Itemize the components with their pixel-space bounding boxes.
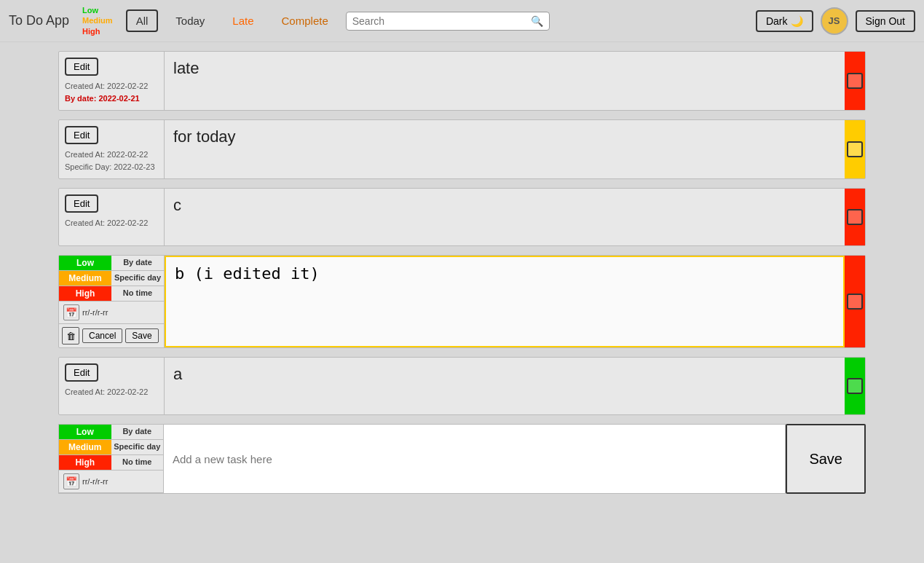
app-title: To Do App <box>9 13 69 28</box>
priority-selector-row2: Medium Specific day <box>59 271 164 286</box>
search-icon: 🔍 <box>531 15 543 27</box>
nav-all-button[interactable]: All <box>126 9 159 32</box>
new-priority-high[interactable]: High <box>59 455 111 470</box>
new-time-specday[interactable]: Specific day <box>111 440 164 454</box>
new-date-display: rr/-r/r-rr <box>82 477 159 486</box>
new-priority-row: Low By date <box>59 425 163 440</box>
priority-bar-yellow <box>845 120 865 178</box>
calendar-row: 📅 rr/-r/r-rr <box>59 302 164 324</box>
nav-late-button[interactable]: Late <box>222 9 264 32</box>
priority-legend: Low Medium High <box>82 5 113 36</box>
edit-button[interactable]: Edit <box>65 126 98 144</box>
task-left-panel: Edit Created At: 2022-02-22 By date: 202… <box>59 52 165 110</box>
new-task-area: Low By date Medium Specific day High No … <box>58 424 866 494</box>
task-left-panel: Edit Created At: 2022-02-22 Specific Day… <box>59 120 165 178</box>
priority-high-btn[interactable]: High <box>59 286 111 301</box>
task-checkbox[interactable] <box>847 209 863 225</box>
time-notime-btn[interactable]: No time <box>111 286 164 301</box>
new-priority-row3: High No time <box>59 455 163 471</box>
date-display: rr/-r/r-rr <box>82 308 159 317</box>
new-time-bydate[interactable]: By date <box>111 425 164 439</box>
priority-medium-btn[interactable]: Medium <box>59 271 111 286</box>
priority-bar-red <box>845 256 865 347</box>
task-row: Edit Created At: 2022-02-22 c <box>58 188 866 246</box>
task-row: Edit Created At: 2022-02-22 a <box>58 357 866 415</box>
task-checkbox[interactable] <box>847 378 863 394</box>
new-task-save-button[interactable]: Save <box>786 424 866 494</box>
task-meta: Created At: 2022-02-22 By date: 2022-02-… <box>65 80 158 104</box>
task-created: Created At: 2022-02-22 <box>65 80 158 92</box>
cancel-button[interactable]: Cancel <box>82 328 122 343</box>
edit-button[interactable]: Edit <box>65 363 98 382</box>
time-specday-btn[interactable]: Specific day <box>111 271 164 286</box>
edit-actions-row: 🗑 Cancel Save <box>59 324 164 347</box>
task-title: a <box>165 358 845 414</box>
save-small-button[interactable]: Save <box>125 328 158 343</box>
new-priority-medium[interactable]: Medium <box>59 440 111 454</box>
task-left-panel: Edit Created At: 2022-02-22 <box>59 189 165 245</box>
task-title: c <box>165 189 845 245</box>
new-time-notime[interactable]: No time <box>111 455 164 470</box>
calendar-icon[interactable]: 📅 <box>63 304 79 320</box>
new-task-input[interactable] <box>164 425 785 493</box>
task-checkbox[interactable] <box>847 73 863 89</box>
task-left-panel: Edit Created At: 2022-02-22 <box>59 358 165 414</box>
task-created: Created At: 2022-02-22 <box>65 149 158 161</box>
priority-bar-red <box>845 189 865 245</box>
task-meta: Created At: 2022-02-22 Specific Day: 202… <box>65 149 158 173</box>
task-checkbox[interactable] <box>847 141 863 157</box>
avatar: JS <box>821 7 848 35</box>
priority-medium-label: Medium <box>82 15 113 25</box>
search-input[interactable] <box>352 15 528 27</box>
search-box: 🔍 <box>346 12 550 31</box>
edit-button[interactable]: Edit <box>65 194 98 213</box>
priority-bar-green <box>845 358 865 414</box>
nav-today-button[interactable]: Today <box>165 9 215 32</box>
task-title: late <box>165 52 845 110</box>
task-edit-textarea[interactable]: b (i edited it) <box>165 256 845 347</box>
task-row-editing: Low By date Medium Specific day High No … <box>58 255 866 348</box>
task-specificday: Specific Day: 2022-02-23 <box>65 161 158 173</box>
new-calendar-icon[interactable]: 📅 <box>63 473 79 489</box>
priority-high-label: High <box>82 26 113 36</box>
task-created: Created At: 2022-02-22 <box>65 386 158 398</box>
edit-button[interactable]: Edit <box>65 58 98 76</box>
priority-low-label: Low <box>82 5 113 15</box>
priority-low-btn[interactable]: Low <box>59 256 111 270</box>
new-priority-low[interactable]: Low <box>59 425 111 439</box>
signout-button[interactable]: Sign Out <box>856 10 915 32</box>
dark-btn-label: Dark <box>766 15 788 27</box>
priority-bar-red <box>845 52 865 110</box>
task-bydate: By date: 2022-02-21 <box>65 92 158 105</box>
dark-mode-button[interactable]: Dark 🌙 <box>756 10 813 32</box>
edit-left-panel: Low By date Medium Specific day High No … <box>59 256 165 347</box>
task-meta: Created At: 2022-02-22 <box>65 217 158 229</box>
time-bydate-btn[interactable]: By date <box>111 256 164 270</box>
priority-selector-row3: High No time <box>59 286 164 302</box>
new-task-left-panel: Low By date Medium Specific day High No … <box>58 424 164 494</box>
nav-complete-button[interactable]: Complete <box>272 9 339 32</box>
header: To Do App Low Medium High All Today Late… <box>0 0 924 42</box>
task-checkbox[interactable] <box>847 294 863 310</box>
task-title: for today <box>165 120 845 178</box>
new-calendar-row: 📅 rr/-r/r-rr <box>59 471 163 493</box>
new-priority-row2: Medium Specific day <box>59 440 163 455</box>
task-row: Edit Created At: 2022-02-22 Specific Day… <box>58 119 866 179</box>
new-task-input-box <box>164 424 786 494</box>
task-created: Created At: 2022-02-22 <box>65 217 158 229</box>
main-content: Edit Created At: 2022-02-22 By date: 202… <box>0 42 924 503</box>
priority-selector-row: Low By date <box>59 256 164 271</box>
task-row: Edit Created At: 2022-02-22 By date: 202… <box>58 51 866 111</box>
trash-icon[interactable]: 🗑 <box>62 327 79 345</box>
moon-icon: 🌙 <box>791 15 803 27</box>
task-meta: Created At: 2022-02-22 <box>65 386 158 398</box>
